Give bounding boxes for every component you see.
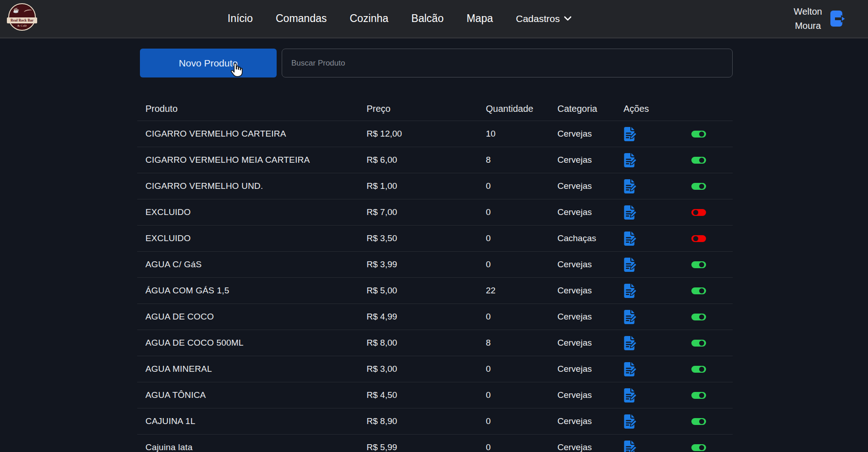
cell-categoria: Cervejas [557,155,623,165]
nav-item-cozinha[interactable]: Cozinha [350,12,388,25]
nav-item-balcao[interactable]: Balcão [412,12,444,25]
table-row: AGUA DE COCO R$ 4,99 0 Cervejas [137,304,733,330]
cell-quantidade: 0 [486,181,557,191]
active-toggle[interactable] [691,314,706,320]
user-area: Welton Moura [794,0,848,37]
file-pen-icon [623,387,637,403]
edit-product-button[interactable] [623,257,639,272]
cell-quantidade: 0 [486,364,557,374]
cell-preco: R$ 8,00 [367,338,486,348]
toggle-knob [699,262,704,267]
cell-quantidade: 22 [486,286,557,296]
cell-preco: R$ 5,99 [367,442,486,452]
active-toggle[interactable] [691,261,706,268]
cell-quantidade: 0 [486,207,557,217]
cell-categoria: Cervejas [557,338,623,348]
user-last-name: Moura [794,19,822,33]
active-toggle[interactable] [691,340,706,347]
table-row: AGUA MINERAL R$ 3,00 0 Cervejas [137,356,733,382]
edit-product-button[interactable] [623,126,639,142]
toggle-knob [699,367,704,372]
table-row: CAJUINA 1L R$ 8,90 0 Cervejas [137,408,733,435]
table-row: Cajuina lata R$ 5,99 0 Cervejas [137,435,733,452]
brand-logo[interactable]: ☕ Real Rock Bar & Café [8,3,36,31]
logout-button[interactable] [829,10,848,28]
search-product-input[interactable] [282,49,733,77]
cell-quantidade: 0 [486,233,557,243]
active-toggle[interactable] [691,235,706,242]
active-toggle[interactable] [691,209,706,216]
cell-categoria: Cervejas [557,390,623,400]
file-pen-icon [623,231,637,246]
coffee-cup-icon: ☕ [13,7,19,13]
nav-item-inicio[interactable]: Início [228,12,253,25]
cell-quantidade: 0 [486,312,557,322]
toggle-knob [699,158,704,163]
active-toggle[interactable] [691,157,706,164]
nav-dropdown-cadastros[interactable]: Cadastros [516,13,572,24]
cell-produto: EXCLUIDO [145,207,367,217]
col-header-acoes: Ações [623,104,691,114]
nav-item-mapa[interactable]: Mapa [467,12,493,25]
active-toggle[interactable] [691,418,706,425]
cell-quantidade: 8 [486,338,557,348]
file-pen-icon [623,257,637,272]
file-pen-icon [623,413,637,429]
edit-product-button[interactable] [623,178,639,194]
edit-product-button[interactable] [623,309,639,325]
toggle-knob [699,419,704,424]
edit-product-button[interactable] [623,361,639,377]
cell-categoria: Cervejas [557,129,623,139]
edit-product-button[interactable] [623,152,639,168]
table-row: AGUA DE COCO 500ML R$ 8,00 8 Cervejas [137,330,733,356]
col-header-categoria: Categoria [557,104,623,114]
active-toggle[interactable] [691,287,706,294]
edit-product-button[interactable] [623,231,639,246]
brand-subtitle: & Café [8,24,36,28]
cell-categoria: Cervejas [557,442,623,452]
active-toggle[interactable] [691,392,706,399]
toggle-knob [699,445,704,450]
cell-categoria: Cervejas [557,312,623,322]
toggle-knob [699,184,704,189]
table-row: EXCLUIDO R$ 3,50 0 Cachaças [137,226,733,252]
toggle-knob [699,341,704,346]
cell-preco: R$ 3,00 [367,364,486,374]
edit-product-button[interactable] [623,335,639,351]
chevron-down-icon [564,16,572,21]
cell-quantidade: 0 [486,442,557,452]
file-pen-icon [623,283,637,298]
user-first-name: Welton [794,5,822,19]
new-product-button[interactable]: Novo Produto [140,49,277,77]
cell-preco: R$ 4,99 [367,312,486,322]
active-toggle[interactable] [691,366,706,373]
file-pen-icon [623,309,637,325]
file-pen-icon [623,126,637,142]
cell-preco: R$ 8,90 [367,416,486,426]
cell-quantidade: 10 [486,129,557,139]
toggle-knob [699,132,704,137]
cell-categoria: Cachaças [557,233,623,243]
toggle-knob [693,210,698,215]
file-pen-icon [623,204,637,220]
table-row: CIGARRO VERMELHO MEIA CARTEIRA R$ 6,00 8… [137,147,733,173]
file-pen-icon [623,178,637,194]
edit-product-button[interactable] [623,387,639,403]
product-table: Produto Preço Quantidade Categoria Ações… [137,97,733,452]
file-pen-icon [623,361,637,377]
cell-quantidade: 0 [486,390,557,400]
table-row: AGUA C/ GáS R$ 3,99 0 Cervejas [137,252,733,278]
nav-dropdown-label: Cadastros [516,13,560,24]
nav-item-comandas[interactable]: Comandas [276,12,327,25]
cell-quantidade: 0 [486,259,557,270]
active-toggle[interactable] [691,444,706,451]
toggle-knob [699,288,704,293]
active-toggle[interactable] [691,131,706,138]
active-toggle[interactable] [691,183,706,190]
edit-product-button[interactable] [623,283,639,298]
edit-product-button[interactable] [623,413,639,429]
edit-product-button[interactable] [623,440,639,452]
col-header-quantidade: Quantidade [486,104,557,114]
cell-produto: CIGARRO VERMELHO UND. [145,181,367,191]
edit-product-button[interactable] [623,204,639,220]
